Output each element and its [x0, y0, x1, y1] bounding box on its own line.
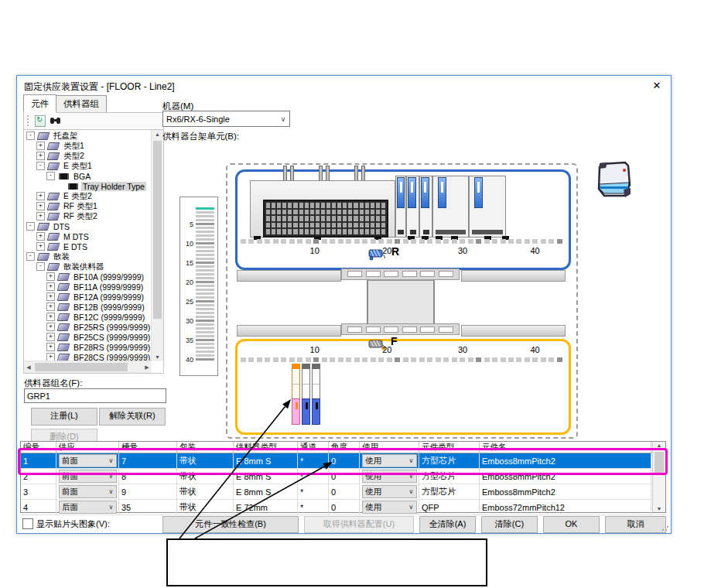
- scroll-right-icon[interactable]: ▶: [142, 364, 152, 371]
- parts-consistency-check-button[interactable]: 元件一致性检查(B): [162, 516, 299, 533]
- tree-item[interactable]: +BF12B (9999/9999): [24, 302, 152, 312]
- collapse-icon[interactable]: -: [26, 252, 35, 261]
- column-header: 角度: [329, 442, 360, 453]
- tree-item[interactable]: Tray Holder Type: [24, 181, 152, 191]
- machine-icon: [590, 159, 635, 201]
- show-head-image-checkbox[interactable]: [22, 518, 33, 529]
- table-scrollbar[interactable]: ▲ ▼: [652, 442, 665, 512]
- tape-feeder-selected[interactable]: [292, 364, 300, 425]
- scroll-down-icon[interactable]: ▼: [653, 506, 665, 511]
- tray-cell: [277, 216, 281, 221]
- cancel-button[interactable]: 取消: [605, 516, 666, 533]
- expand-icon[interactable]: +: [36, 212, 45, 220]
- tree-item[interactable]: +BF12C (9999/9999): [24, 312, 152, 322]
- tree-item-label: BF10A (9999/9999): [72, 272, 145, 282]
- table-row[interactable]: 1前面∨7带状E 8mm S*0使用∨方型芯片Emboss8mmPitch2: [21, 453, 665, 469]
- tree-item[interactable]: +类型2: [24, 151, 152, 161]
- tree-item[interactable]: +E 类型2: [24, 191, 152, 201]
- tab-feeder-group[interactable]: 供料器组: [56, 95, 107, 113]
- expand-icon[interactable]: +: [36, 152, 45, 160]
- tree-item[interactable]: -DTS: [24, 221, 152, 231]
- tree-item[interactable]: +BF25RS (9999/9999): [24, 322, 152, 332]
- tree-item-label: RF 类型1: [62, 201, 99, 212]
- tree-item[interactable]: +M DTS: [24, 231, 152, 241]
- expand-icon[interactable]: +: [36, 192, 45, 200]
- cell-dropdown[interactable]: 前面∨: [59, 454, 117, 467]
- tree-item[interactable]: -散装供料器: [24, 262, 152, 272]
- collapse-icon[interactable]: -: [36, 262, 45, 271]
- table-row[interactable]: 4后面∨35带状E 72mm*0使用∨QFPEmboss72mmPitch12: [21, 500, 665, 515]
- unlink-button[interactable]: 解除关联(R): [99, 408, 166, 426]
- clear-button[interactable]: 清除(C): [481, 516, 538, 533]
- expand-icon[interactable]: +: [46, 303, 55, 311]
- expand-icon[interactable]: +: [46, 333, 55, 341]
- feeder-unit[interactable]: [469, 176, 506, 238]
- tape-feeder[interactable]: [302, 364, 310, 425]
- cell-dropdown[interactable]: 使用∨: [362, 454, 417, 467]
- cell-dropdown[interactable]: 使用∨: [362, 470, 417, 483]
- cell-dropdown[interactable]: 使用∨: [362, 501, 417, 514]
- clear-all-button[interactable]: 全清除(A): [419, 516, 476, 533]
- tray-cell: [305, 223, 309, 228]
- collapse-icon[interactable]: -: [26, 132, 35, 140]
- cell-dropdown[interactable]: 使用∨: [362, 485, 417, 498]
- tree-item[interactable]: +类型1: [24, 141, 152, 151]
- tree-item[interactable]: +BF28RS (9999/9999): [24, 342, 152, 352]
- tree-item[interactable]: -散装: [24, 251, 152, 262]
- tree-item[interactable]: -E 类型1: [24, 161, 152, 171]
- expand-icon[interactable]: +: [36, 142, 45, 150]
- tape-feeder[interactable]: [312, 364, 320, 425]
- expand-icon[interactable]: +: [46, 282, 55, 291]
- tree-item[interactable]: +RF 类型1: [24, 201, 152, 211]
- tree-item[interactable]: +RF 类型2: [24, 211, 152, 221]
- tree-horizontal-scrollbar[interactable]: ◀ ▶: [24, 361, 152, 373]
- cell-dropdown[interactable]: 前面∨: [59, 485, 117, 498]
- get-feeder-config-button[interactable]: 取得供料器配置(U): [304, 516, 414, 533]
- expand-icon[interactable]: +: [46, 323, 55, 331]
- tree-item[interactable]: +E DTS: [24, 241, 152, 251]
- scroll-up-icon[interactable]: ▲: [152, 132, 163, 137]
- table-row[interactable]: 2前面∨8带状E 8mm S*0使用∨方型芯片Emboss8mmPitch2: [21, 469, 665, 484]
- tree-item[interactable]: +BF25CS (9999/9999): [24, 332, 152, 342]
- tree-item[interactable]: +BF10A (9999/9999): [24, 272, 152, 282]
- feeder-unit[interactable]: [432, 176, 469, 238]
- table-scroll-thumb[interactable]: [655, 452, 664, 473]
- machine-select[interactable]: Rx6/RX-6-Single ∨: [162, 111, 290, 127]
- feeder-unit[interactable]: [406, 176, 419, 238]
- expand-icon[interactable]: +: [46, 292, 55, 301]
- bank-unit-label: 供料器台架单元(B):: [162, 131, 239, 142]
- register-button[interactable]: 注册(L): [31, 408, 97, 426]
- collapse-icon[interactable]: -: [26, 222, 35, 231]
- expand-icon[interactable]: +: [46, 272, 55, 281]
- tree-item[interactable]: -BGA: [24, 171, 152, 181]
- scroll-up-icon[interactable]: ▲: [653, 443, 665, 448]
- scroll-down-icon[interactable]: ▼: [152, 354, 163, 360]
- tree-item[interactable]: -托盘架: [24, 131, 152, 141]
- find-binoculars-icon[interactable]: [50, 118, 54, 124]
- expand-icon[interactable]: +: [46, 313, 55, 321]
- collapse-icon[interactable]: -: [36, 162, 45, 170]
- tree-scroll-thumb[interactable]: [153, 141, 162, 319]
- tree-hscroll-thumb[interactable]: [35, 363, 128, 371]
- scroll-left-icon[interactable]: ◀: [24, 364, 33, 371]
- resize-grip[interactable]: [661, 524, 669, 532]
- collapse-icon[interactable]: -: [46, 172, 55, 180]
- ok-button[interactable]: OK: [543, 516, 600, 533]
- feeder-unit[interactable]: [395, 176, 406, 238]
- refresh-icon[interactable]: [35, 115, 46, 127]
- tree-vertical-scrollbar[interactable]: ▲ ▼: [151, 130, 163, 361]
- expand-icon[interactable]: +: [46, 343, 55, 351]
- expand-icon[interactable]: +: [36, 232, 45, 241]
- close-icon[interactable]: ✕: [643, 76, 671, 96]
- cell-dropdown[interactable]: 后面∨: [59, 501, 117, 514]
- expand-icon[interactable]: +: [36, 242, 45, 251]
- tree-item[interactable]: +BF11A (9999/9999): [24, 282, 152, 292]
- feeder-unit[interactable]: [419, 176, 432, 238]
- feeder-group-name-input[interactable]: [24, 388, 166, 403]
- tab-parts[interactable]: 元件: [23, 94, 56, 113]
- cell-dropdown[interactable]: 前面∨: [59, 470, 117, 483]
- table-row[interactable]: 3前面∨9带状E 8mm S*0使用∨方型芯片Emboss8mmPitch2: [21, 484, 665, 500]
- expand-icon[interactable]: +: [36, 202, 45, 210]
- tree-item[interactable]: +BF12A (9999/9999): [24, 292, 152, 302]
- tray-unit[interactable]: [250, 180, 395, 238]
